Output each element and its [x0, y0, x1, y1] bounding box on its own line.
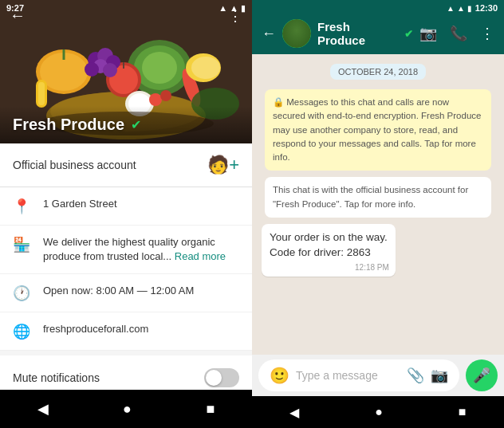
- right-nav-square[interactable]: ■: [459, 405, 467, 419]
- date-divider: OCTOBER 24, 2018: [262, 64, 494, 80]
- profile-name: Fresh Produce: [13, 116, 124, 134]
- chat-back-button[interactable]: ←: [262, 26, 276, 42]
- right-nav-back[interactable]: ◀: [289, 405, 299, 420]
- nav-back-icon[interactable]: ◀: [37, 400, 49, 418]
- chat-body: OCTOBER 24, 2018 🔒 Messages to this chat…: [252, 54, 504, 355]
- left-status-time: 9:27: [6, 3, 24, 13]
- description-text: We deliver the highest quality organic p…: [43, 235, 239, 264]
- emoji-icon[interactable]: 🙂: [270, 366, 289, 385]
- camera-icon[interactable]: 📷: [431, 367, 448, 384]
- hours-text: Open now: 8:00 AM — 12:00 AM: [43, 284, 194, 298]
- right-status-bar: ▲ ▲ ▮ 12:30: [252, 0, 504, 16]
- svg-point-8: [142, 52, 177, 84]
- voice-call-icon[interactable]: 📞: [450, 25, 467, 42]
- message-bubble: Your order is on the way. Code for drive…: [262, 224, 396, 277]
- right-panel: ▲ ▲ ▮ 12:30 ← Fresh Produce ✔ 📷 📞 ⋮: [252, 0, 504, 428]
- globe-icon: 🌐: [13, 323, 30, 340]
- video-call-icon[interactable]: 📷: [419, 25, 437, 42]
- chat-header-actions: 📷 📞 ⋮: [419, 25, 494, 42]
- left-nav-bar: ◀ ● ■: [0, 390, 252, 428]
- official-account-notice[interactable]: This chat is with the official business …: [265, 177, 491, 218]
- left-status-bar: 9:27 ▲ ▲ ▮: [0, 0, 252, 16]
- nav-home-icon[interactable]: ●: [123, 401, 132, 418]
- left-status-icons: ▲ ▲ ▮: [219, 3, 246, 14]
- svg-point-28: [160, 90, 171, 101]
- add-contact-icon[interactable]: 🧑+: [207, 155, 239, 175]
- store-icon: 🏪: [13, 236, 30, 253]
- mute-label: Mute notifications: [13, 371, 100, 384]
- location-row: 📍 1 Garden Street: [0, 187, 252, 226]
- svg-point-17: [85, 62, 99, 77]
- battery-icon-right: ▮: [467, 4, 472, 13]
- location-icon: 📍: [13, 198, 30, 215]
- wifi-icon-right: ▲: [457, 4, 465, 13]
- verified-badge: ✔: [131, 117, 141, 132]
- website-row: 🌐 freshproduceforall.com: [0, 312, 252, 351]
- right-status-icons: ▲ ▲ ▮: [447, 4, 472, 13]
- website-link[interactable]: freshproduceforall.com: [43, 322, 148, 336]
- wifi-icon: ▲: [230, 3, 238, 13]
- type-message-placeholder[interactable]: Type a message: [296, 369, 400, 382]
- official-account-row: Official business account 🧑+: [0, 143, 252, 187]
- hours-row: 🕐 Open now: 8:00 AM — 12:00 AM: [0, 274, 252, 312]
- svg-rect-25: [38, 82, 45, 105]
- chat-name: Fresh Produce ✔: [317, 20, 413, 47]
- svg-point-27: [149, 93, 162, 106]
- nav-square-icon[interactable]: ■: [206, 401, 215, 418]
- svg-point-16: [103, 63, 117, 77]
- attachment-icon[interactable]: 📎: [407, 367, 424, 384]
- signal-icon-right: ▲: [447, 4, 455, 13]
- official-account-text: Official business account: [13, 159, 136, 171]
- message-time: 12:18 PM: [355, 262, 389, 273]
- right-nav-home[interactable]: ●: [375, 405, 383, 419]
- chat-input-bar: 🙂 Type a message 📎 📷 🎤: [252, 355, 504, 396]
- signal-icon: ▲: [219, 3, 227, 13]
- chat-more-icon[interactable]: ⋮: [480, 25, 494, 42]
- mic-button[interactable]: 🎤: [466, 359, 498, 391]
- chat-header: ← Fresh Produce ✔ 📷 📞 ⋮: [252, 16, 504, 54]
- right-status-time: 12:30: [475, 3, 498, 13]
- mute-row: Mute notifications: [0, 355, 252, 390]
- encryption-notice[interactable]: 🔒 Messages to this chat and calls are no…: [265, 89, 491, 171]
- battery-icon: ▮: [241, 3, 246, 14]
- mute-toggle[interactable]: [204, 368, 239, 387]
- chat-message-row: Your order is on the way. Code for drive…: [262, 224, 396, 277]
- profile-image: 9:27 ▲ ▲ ▮ ← ⋮ Fresh Produce ✔: [0, 0, 252, 143]
- description-row: 🏪 We deliver the highest quality organic…: [0, 226, 252, 274]
- profile-name-overlay: Fresh Produce ✔: [0, 106, 252, 143]
- chat-verified-badge: ✔: [404, 28, 413, 40]
- date-chip: OCTOBER 24, 2018: [330, 64, 426, 80]
- read-more-link[interactable]: Read more: [175, 250, 226, 262]
- mic-icon: 🎤: [473, 367, 490, 384]
- chat-title-area: Fresh Produce ✔: [317, 20, 413, 47]
- location-text: 1 Garden Street: [43, 197, 117, 211]
- profile-info-section: Official business account 🧑+ 📍 1 Garden …: [0, 143, 252, 390]
- chat-avatar: [282, 19, 311, 48]
- message-text: Your order is on the way. Code for drive…: [270, 231, 388, 258]
- chat-input-area[interactable]: 🙂 Type a message 📎 📷: [258, 359, 459, 391]
- right-nav-bar: ◀ ● ■: [252, 396, 504, 428]
- clock-icon: 🕐: [13, 285, 30, 302]
- svg-point-23: [191, 57, 220, 79]
